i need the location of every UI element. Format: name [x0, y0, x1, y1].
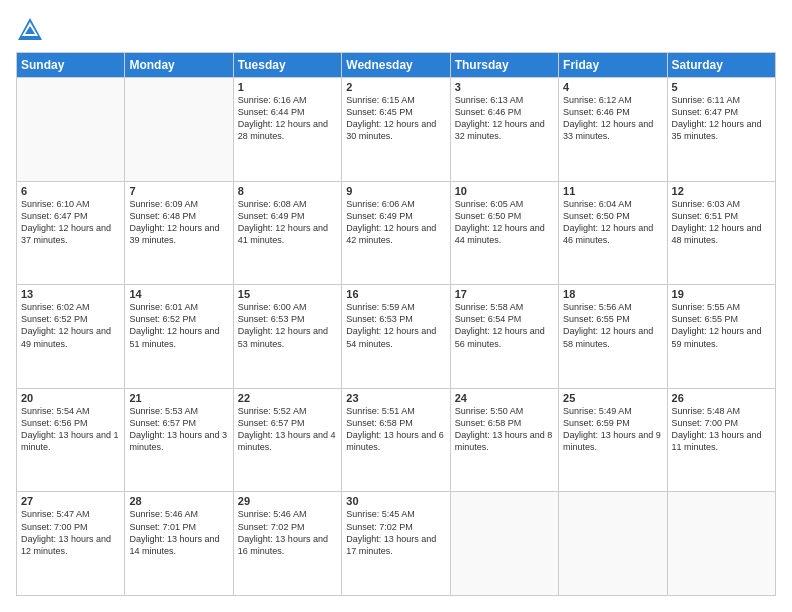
day-number: 12	[672, 185, 771, 197]
calendar-cell: 2Sunrise: 6:15 AMSunset: 6:45 PMDaylight…	[342, 78, 450, 182]
day-info: Sunrise: 5:48 AMSunset: 7:00 PMDaylight:…	[672, 405, 771, 454]
day-number: 4	[563, 81, 662, 93]
day-info: Sunrise: 5:50 AMSunset: 6:58 PMDaylight:…	[455, 405, 554, 454]
day-info: Sunrise: 6:02 AMSunset: 6:52 PMDaylight:…	[21, 301, 120, 350]
day-info: Sunrise: 5:46 AMSunset: 7:01 PMDaylight:…	[129, 508, 228, 557]
calendar-cell: 7Sunrise: 6:09 AMSunset: 6:48 PMDaylight…	[125, 181, 233, 285]
week-row-3: 13Sunrise: 6:02 AMSunset: 6:52 PMDayligh…	[17, 285, 776, 389]
day-info: Sunrise: 6:16 AMSunset: 6:44 PMDaylight:…	[238, 94, 337, 143]
day-number: 8	[238, 185, 337, 197]
calendar-cell: 3Sunrise: 6:13 AMSunset: 6:46 PMDaylight…	[450, 78, 558, 182]
day-info: Sunrise: 6:13 AMSunset: 6:46 PMDaylight:…	[455, 94, 554, 143]
day-number: 15	[238, 288, 337, 300]
day-info: Sunrise: 6:10 AMSunset: 6:47 PMDaylight:…	[21, 198, 120, 247]
calendar-cell: 1Sunrise: 6:16 AMSunset: 6:44 PMDaylight…	[233, 78, 341, 182]
day-info: Sunrise: 6:01 AMSunset: 6:52 PMDaylight:…	[129, 301, 228, 350]
day-number: 22	[238, 392, 337, 404]
calendar-cell: 9Sunrise: 6:06 AMSunset: 6:49 PMDaylight…	[342, 181, 450, 285]
day-info: Sunrise: 6:15 AMSunset: 6:45 PMDaylight:…	[346, 94, 445, 143]
day-number: 28	[129, 495, 228, 507]
day-number: 24	[455, 392, 554, 404]
day-info: Sunrise: 5:47 AMSunset: 7:00 PMDaylight:…	[21, 508, 120, 557]
day-number: 6	[21, 185, 120, 197]
day-info: Sunrise: 6:06 AMSunset: 6:49 PMDaylight:…	[346, 198, 445, 247]
logo-icon	[16, 16, 44, 44]
calendar-cell: 14Sunrise: 6:01 AMSunset: 6:52 PMDayligh…	[125, 285, 233, 389]
calendar-cell	[125, 78, 233, 182]
day-info: Sunrise: 5:59 AMSunset: 6:53 PMDaylight:…	[346, 301, 445, 350]
day-number: 30	[346, 495, 445, 507]
calendar-header-wednesday: Wednesday	[342, 53, 450, 78]
day-number: 11	[563, 185, 662, 197]
calendar-cell: 19Sunrise: 5:55 AMSunset: 6:55 PMDayligh…	[667, 285, 775, 389]
day-number: 3	[455, 81, 554, 93]
calendar-cell: 15Sunrise: 6:00 AMSunset: 6:53 PMDayligh…	[233, 285, 341, 389]
calendar-cell: 17Sunrise: 5:58 AMSunset: 6:54 PMDayligh…	[450, 285, 558, 389]
day-number: 5	[672, 81, 771, 93]
calendar-header-monday: Monday	[125, 53, 233, 78]
day-number: 25	[563, 392, 662, 404]
calendar-cell	[667, 492, 775, 596]
day-info: Sunrise: 5:54 AMSunset: 6:56 PMDaylight:…	[21, 405, 120, 454]
calendar-cell: 24Sunrise: 5:50 AMSunset: 6:58 PMDayligh…	[450, 388, 558, 492]
day-info: Sunrise: 5:51 AMSunset: 6:58 PMDaylight:…	[346, 405, 445, 454]
day-number: 1	[238, 81, 337, 93]
calendar-cell: 22Sunrise: 5:52 AMSunset: 6:57 PMDayligh…	[233, 388, 341, 492]
day-number: 21	[129, 392, 228, 404]
calendar-cell: 5Sunrise: 6:11 AMSunset: 6:47 PMDaylight…	[667, 78, 775, 182]
calendar-header-thursday: Thursday	[450, 53, 558, 78]
day-info: Sunrise: 6:12 AMSunset: 6:46 PMDaylight:…	[563, 94, 662, 143]
day-info: Sunrise: 5:49 AMSunset: 6:59 PMDaylight:…	[563, 405, 662, 454]
day-info: Sunrise: 6:00 AMSunset: 6:53 PMDaylight:…	[238, 301, 337, 350]
day-number: 10	[455, 185, 554, 197]
week-row-1: 1Sunrise: 6:16 AMSunset: 6:44 PMDaylight…	[17, 78, 776, 182]
calendar-header-friday: Friday	[559, 53, 667, 78]
day-number: 19	[672, 288, 771, 300]
calendar-cell: 16Sunrise: 5:59 AMSunset: 6:53 PMDayligh…	[342, 285, 450, 389]
calendar-header-row: SundayMondayTuesdayWednesdayThursdayFrid…	[17, 53, 776, 78]
calendar-cell: 29Sunrise: 5:46 AMSunset: 7:02 PMDayligh…	[233, 492, 341, 596]
day-info: Sunrise: 6:04 AMSunset: 6:50 PMDaylight:…	[563, 198, 662, 247]
header	[16, 16, 776, 44]
calendar-cell: 21Sunrise: 5:53 AMSunset: 6:57 PMDayligh…	[125, 388, 233, 492]
calendar-cell: 13Sunrise: 6:02 AMSunset: 6:52 PMDayligh…	[17, 285, 125, 389]
day-number: 17	[455, 288, 554, 300]
day-info: Sunrise: 6:08 AMSunset: 6:49 PMDaylight:…	[238, 198, 337, 247]
day-number: 14	[129, 288, 228, 300]
calendar-cell: 11Sunrise: 6:04 AMSunset: 6:50 PMDayligh…	[559, 181, 667, 285]
calendar-cell: 27Sunrise: 5:47 AMSunset: 7:00 PMDayligh…	[17, 492, 125, 596]
day-info: Sunrise: 5:56 AMSunset: 6:55 PMDaylight:…	[563, 301, 662, 350]
day-number: 26	[672, 392, 771, 404]
day-info: Sunrise: 5:55 AMSunset: 6:55 PMDaylight:…	[672, 301, 771, 350]
calendar-cell	[559, 492, 667, 596]
calendar-cell	[450, 492, 558, 596]
calendar-header-saturday: Saturday	[667, 53, 775, 78]
day-number: 27	[21, 495, 120, 507]
day-number: 7	[129, 185, 228, 197]
logo	[16, 16, 46, 44]
calendar-cell: 8Sunrise: 6:08 AMSunset: 6:49 PMDaylight…	[233, 181, 341, 285]
day-info: Sunrise: 5:52 AMSunset: 6:57 PMDaylight:…	[238, 405, 337, 454]
day-number: 9	[346, 185, 445, 197]
calendar-cell: 10Sunrise: 6:05 AMSunset: 6:50 PMDayligh…	[450, 181, 558, 285]
calendar-cell	[17, 78, 125, 182]
calendar-cell: 28Sunrise: 5:46 AMSunset: 7:01 PMDayligh…	[125, 492, 233, 596]
day-number: 29	[238, 495, 337, 507]
day-number: 16	[346, 288, 445, 300]
day-info: Sunrise: 6:05 AMSunset: 6:50 PMDaylight:…	[455, 198, 554, 247]
day-info: Sunrise: 5:46 AMSunset: 7:02 PMDaylight:…	[238, 508, 337, 557]
day-number: 18	[563, 288, 662, 300]
day-info: Sunrise: 5:45 AMSunset: 7:02 PMDaylight:…	[346, 508, 445, 557]
week-row-4: 20Sunrise: 5:54 AMSunset: 6:56 PMDayligh…	[17, 388, 776, 492]
week-row-2: 6Sunrise: 6:10 AMSunset: 6:47 PMDaylight…	[17, 181, 776, 285]
day-number: 2	[346, 81, 445, 93]
calendar-cell: 20Sunrise: 5:54 AMSunset: 6:56 PMDayligh…	[17, 388, 125, 492]
week-row-5: 27Sunrise: 5:47 AMSunset: 7:00 PMDayligh…	[17, 492, 776, 596]
calendar-cell: 25Sunrise: 5:49 AMSunset: 6:59 PMDayligh…	[559, 388, 667, 492]
day-info: Sunrise: 5:58 AMSunset: 6:54 PMDaylight:…	[455, 301, 554, 350]
calendar-cell: 23Sunrise: 5:51 AMSunset: 6:58 PMDayligh…	[342, 388, 450, 492]
day-number: 23	[346, 392, 445, 404]
calendar-cell: 12Sunrise: 6:03 AMSunset: 6:51 PMDayligh…	[667, 181, 775, 285]
page: SundayMondayTuesdayWednesdayThursdayFrid…	[0, 0, 792, 612]
calendar-cell: 30Sunrise: 5:45 AMSunset: 7:02 PMDayligh…	[342, 492, 450, 596]
